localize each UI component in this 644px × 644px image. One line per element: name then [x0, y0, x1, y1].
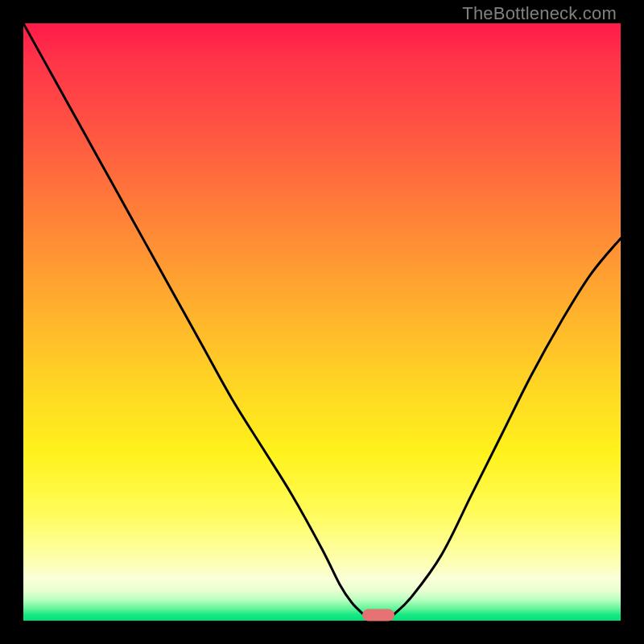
- curve-right-branch: [394, 238, 621, 614]
- curve-left-branch: [23, 23, 364, 615]
- chart-frame: TheBottleneck.com: [0, 0, 644, 644]
- bottleneck-curve: [23, 23, 621, 621]
- watermark-text: TheBottleneck.com: [462, 3, 617, 24]
- optimal-marker: [362, 609, 394, 621]
- plot-area: [23, 23, 621, 621]
